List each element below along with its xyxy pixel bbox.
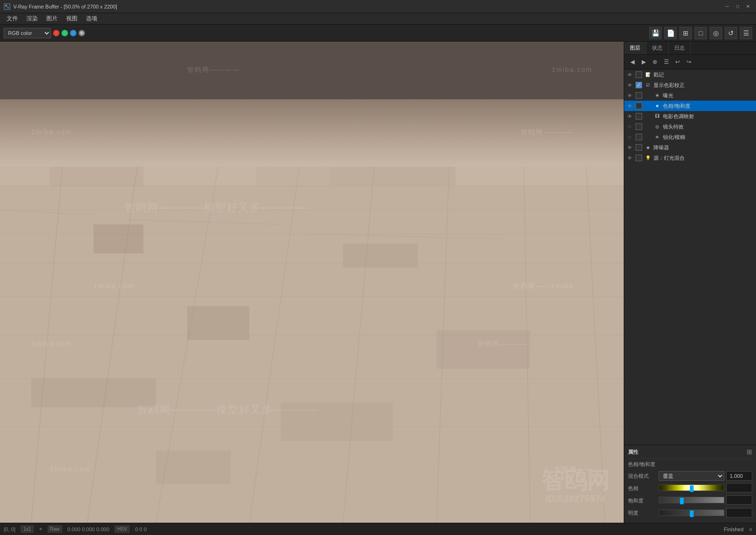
panel-icon-row: ◀ ▶ ⊕ ☰ ↩ ↪ [624, 55, 756, 69]
layer-hue-sat[interactable]: 👁 ■ 色相/饱和度 [624, 101, 756, 111]
props-layer-name: 色相/饱和度 [628, 461, 752, 468]
tab-layers[interactable]: 图层 [624, 42, 646, 54]
eye-icon-hs[interactable]: 👁 [626, 102, 634, 110]
blend-mode-label: 混合模式 [628, 473, 659, 480]
eye-icon-src[interactable]: 👁 [626, 154, 634, 162]
panel-forward-button[interactable]: ▶ [638, 57, 649, 67]
layer-film-tone[interactable]: 👁 🎞 电影色调映射 [624, 111, 756, 121]
brightness-value-input[interactable]: 0.000 [726, 508, 752, 518]
region-button[interactable]: □ [695, 27, 707, 39]
props-divider [628, 458, 752, 459]
checkbox-sh[interactable] [636, 134, 642, 140]
layer-icon-exp: ☀ [653, 92, 661, 99]
red-channel-button[interactable] [53, 30, 60, 36]
save-image-button[interactable]: 💾 [649, 27, 662, 39]
checkbox-cc[interactable]: ✓ [636, 82, 642, 88]
cursor-icon: ⌖ [39, 526, 42, 532]
svg-rect-30 [343, 244, 418, 268]
status-text: Finished [724, 526, 744, 532]
green-channel-button[interactable] [61, 30, 68, 36]
settings-button[interactable]: ☰ [740, 27, 752, 39]
undo-button[interactable]: ↺ [725, 27, 737, 39]
checkbox-lens[interactable] [636, 123, 642, 130]
eye-icon-record[interactable]: 👁 [626, 71, 634, 78]
save-copy-button[interactable]: 📄 [664, 27, 677, 39]
panel-menu-button[interactable]: ☰ [661, 57, 671, 67]
tab-status[interactable]: 状态 [646, 42, 669, 54]
hue-row: 色相 0.000 [628, 483, 752, 493]
layer-name-sh: 锐化/模糊 [663, 134, 754, 141]
layer-color-correct[interactable]: 👁 ✓ ☑ 显示色彩校正 [624, 80, 756, 90]
svg-rect-6 [0, 167, 50, 186]
layer-name-record: 戳记 [653, 71, 754, 78]
saturation-value-input[interactable]: -0.216 [726, 495, 752, 505]
props-expand-button[interactable]: ⊞ [747, 448, 752, 456]
layer-icon-ft: 🎞 [653, 112, 661, 120]
saturation-control: -0.216 [659, 495, 752, 506]
menu-view[interactable]: 视图 [62, 14, 81, 24]
layers-list: 👁 📝 戳记 👁 ✓ ☑ 显示色彩校正 👁 ☀ 曝光 [624, 69, 756, 445]
layer-exposure[interactable]: 👁 ☀ 曝光 [624, 90, 756, 101]
checkbox-src[interactable] [636, 155, 642, 161]
render-viewport[interactable]: 智鸥网———— 1miba.com 1miba.com 智鸥网———— 智鸥网—… [0, 42, 624, 523]
alpha-channel-button[interactable]: ↻ [78, 30, 85, 36]
eye-icon-cc[interactable]: 👁 [626, 81, 634, 89]
blue-channel-button[interactable] [70, 30, 77, 36]
blend-mode-row: 混合模式 覆盖 [628, 471, 752, 481]
menu-options[interactable]: 选项 [82, 14, 101, 24]
eye-icon-dn[interactable]: 👁 [626, 144, 634, 151]
checkbox-exp[interactable] [636, 92, 642, 99]
stereo-button[interactable]: ◎ [710, 27, 722, 39]
layer-name-dn: 降噪器 [653, 144, 754, 151]
panel-undo-button[interactable]: ↩ [672, 57, 683, 67]
tab-log[interactable]: 日志 [669, 42, 691, 54]
menu-file[interactable]: 文件 [3, 14, 22, 24]
brightness-label: 明度 [628, 509, 659, 517]
checkbox-hs[interactable] [636, 103, 642, 109]
panel-redo-button[interactable]: ↪ [684, 57, 694, 67]
maximize-button[interactable]: □ [733, 2, 742, 11]
blend-amount-input[interactable] [726, 471, 752, 481]
brightness-handle[interactable] [690, 510, 694, 517]
window-controls[interactable]: ─ □ ✕ [723, 2, 752, 11]
layer-name-ft: 电影色调映射 [663, 113, 754, 120]
svg-rect-11 [455, 167, 624, 186]
hue-slider[interactable] [659, 484, 724, 491]
brightness-row: 明度 0.000 [628, 508, 752, 518]
hue-value-input[interactable]: 0.000 [726, 483, 752, 492]
menu-icon[interactable]: ≡ [749, 526, 752, 532]
eye-icon-exp[interactable]: 👁 [626, 92, 634, 99]
checkbox-ft[interactable] [636, 113, 642, 120]
layer-lens[interactable]: 👁 ◎ 镜头特效 [624, 121, 756, 132]
checkbox-dn[interactable] [636, 144, 642, 151]
layer-record[interactable]: 👁 📝 戳记 [624, 69, 756, 80]
layer-source[interactable]: 👁 💡 源：灯光混合 [624, 153, 756, 163]
channel-select[interactable]: RGB color [4, 28, 51, 38]
svg-rect-2 [7, 7, 9, 9]
brightness-slider[interactable] [659, 509, 724, 516]
svg-rect-34 [281, 403, 393, 441]
menu-icon-item[interactable]: ≡ [749, 526, 752, 532]
compare-button[interactable]: ⊞ [679, 27, 692, 39]
blend-mode-select[interactable]: 覆盖 [659, 471, 724, 481]
layer-sharpen[interactable]: 👁 ≋ 锐化/模糊 [624, 132, 756, 142]
eye-icon-ft[interactable]: 👁 [626, 112, 634, 120]
eye-icon-lens[interactable]: 👁 [626, 123, 634, 130]
menu-image[interactable]: 图片 [43, 14, 61, 24]
layer-denoiser[interactable]: 👁 ◈ 降噪器 [624, 142, 756, 153]
panel-add-button[interactable]: ⊕ [650, 57, 660, 67]
saturation-handle[interactable] [680, 498, 684, 504]
title-bar: V-Ray Frame Buffer - [50.0% of 2700 x 22… [0, 0, 756, 13]
hue-handle[interactable] [690, 485, 694, 492]
saturation-slider[interactable] [659, 497, 724, 503]
info-bar: [0, 0] 1x1 ⌖ Raw 0.000 0.000 0.000 HSV 0… [0, 523, 756, 535]
eye-icon-sh[interactable]: 👁 [626, 133, 634, 141]
close-button[interactable]: ✕ [744, 2, 752, 11]
app-icon [4, 3, 10, 10]
menu-render[interactable]: 渲染 [23, 14, 42, 24]
checkbox-record[interactable] [636, 71, 642, 78]
panel-back-button[interactable]: ◀ [627, 57, 637, 67]
props-header: 属性 ⊞ [628, 448, 752, 456]
cursor-icon-item: ⌖ [39, 526, 42, 532]
minimize-button[interactable]: ─ [723, 2, 731, 11]
